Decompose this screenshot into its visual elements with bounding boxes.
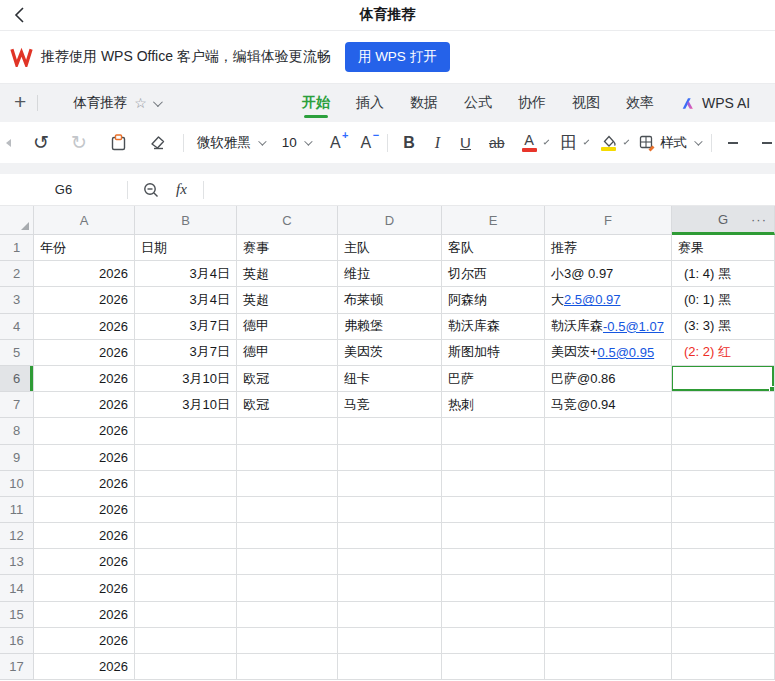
borders-chevron-icon[interactable] [584, 138, 590, 144]
cell-home-team[interactable]: 弗赖堡 [338, 314, 442, 340]
cell-year[interactable]: 2026 [34, 523, 135, 549]
cell-year[interactable]: 2026 [34, 261, 135, 287]
cell-date[interactable] [135, 445, 237, 471]
bold-button[interactable]: B [403, 134, 415, 152]
cell-home-team[interactable] [338, 497, 442, 523]
cell-home-team[interactable] [338, 418, 442, 444]
cell-year[interactable]: 2026 [34, 314, 135, 340]
recommendation-link[interactable]: 2.5@0.97 [564, 292, 621, 307]
cell-result[interactable]: (2: 2) 红 [672, 340, 775, 366]
tab-data[interactable]: 数据 [410, 84, 438, 122]
cell-result[interactable]: (1: 4) 黑 [672, 261, 775, 287]
cell-date[interactable]: 3月7日 [135, 314, 237, 340]
fill-color-button[interactable] [600, 134, 617, 151]
cell-date[interactable]: 3月4日 [135, 261, 237, 287]
row-header-9[interactable]: 9 [0, 445, 34, 471]
cell-date[interactable] [135, 497, 237, 523]
cell-league[interactable]: 英超 [237, 261, 338, 287]
cell-home-team[interactable] [338, 602, 442, 628]
tab-insert[interactable]: 插入 [356, 84, 384, 122]
cell-year[interactable]: 2026 [34, 445, 135, 471]
select-all-icon[interactable] [21, 222, 29, 230]
cell-year[interactable]: 2026 [34, 392, 135, 418]
cell-result[interactable] [672, 628, 775, 654]
strikethrough-button[interactable]: ab [489, 135, 505, 151]
cell-home-team[interactable] [338, 654, 442, 680]
star-icon[interactable]: ☆ [134, 95, 147, 111]
cell-result[interactable] [672, 497, 775, 523]
cell-away-team[interactable] [442, 497, 545, 523]
cell-header-6[interactable]: 推荐 [545, 235, 672, 261]
cell-league[interactable]: 德甲 [237, 340, 338, 366]
cell-home-team[interactable]: 美因茨 [338, 340, 442, 366]
cell-result[interactable] [672, 602, 775, 628]
row-header-8[interactable]: 8 [0, 418, 34, 444]
row-header-3[interactable]: 3 [0, 287, 34, 313]
row-header-1[interactable]: 1 [0, 235, 34, 261]
cell-result[interactable] [672, 418, 775, 444]
borders-button[interactable]: 田 [560, 131, 577, 154]
cell-recommendation[interactable] [545, 575, 672, 601]
recommendation-link[interactable]: 0.5@0.95 [598, 345, 655, 360]
cell-away-team[interactable]: 巴萨 [442, 366, 545, 392]
cell-date[interactable] [135, 602, 237, 628]
row-header-14[interactable]: 14 [0, 575, 34, 601]
cell-home-team[interactable] [338, 628, 442, 654]
collapse-toolbar-icon[interactable] [3, 137, 13, 149]
cell-header-2[interactable]: 日期 [135, 235, 237, 261]
cell-home-team[interactable]: 布莱顿 [338, 287, 442, 313]
cell-header-7[interactable]: 赛果 [672, 235, 775, 261]
cell-date[interactable]: 3月7日 [135, 340, 237, 366]
cell-result[interactable] [672, 471, 775, 497]
cell-league[interactable] [237, 602, 338, 628]
cell-year[interactable]: 2026 [34, 366, 135, 392]
cell-league[interactable] [237, 418, 338, 444]
cell-league[interactable] [237, 575, 338, 601]
cell-date[interactable] [135, 654, 237, 680]
row-header-16[interactable]: 16 [0, 628, 34, 654]
cell-result[interactable] [672, 654, 775, 680]
cell-league[interactable] [237, 549, 338, 575]
row-header-12[interactable]: 12 [0, 523, 34, 549]
cell-date[interactable] [135, 523, 237, 549]
tab-view[interactable]: 视图 [572, 84, 600, 122]
cell-home-team[interactable] [338, 445, 442, 471]
row-header-4[interactable]: 4 [0, 314, 34, 340]
font-size-select[interactable]: 10 [282, 135, 310, 150]
cell-recommendation[interactable]: 美因茨+0.5@0.95 [545, 340, 672, 366]
cell-year[interactable]: 2026 [34, 471, 135, 497]
cell-recommendation[interactable] [545, 602, 672, 628]
cell-G6[interactable] [672, 366, 775, 392]
menu-hamburger-icon[interactable] [49, 98, 63, 109]
row-header-2[interactable]: 2 [0, 261, 34, 287]
new-sheet-icon[interactable]: + [14, 90, 26, 114]
cell-league[interactable]: 德甲 [237, 314, 338, 340]
column-header-E[interactable]: E [442, 206, 545, 235]
tab-collaborate[interactable]: 协作 [518, 84, 546, 122]
cell-result[interactable] [672, 392, 775, 418]
cell-recommendation[interactable] [545, 418, 672, 444]
cell-date[interactable] [135, 471, 237, 497]
redo-icon[interactable]: ↻ [71, 133, 87, 152]
row-header-13[interactable]: 13 [0, 549, 34, 575]
cell-year[interactable]: 2026 [34, 654, 135, 680]
row-header-15[interactable]: 15 [0, 602, 34, 628]
column-header-B[interactable]: B [135, 206, 237, 235]
tab-home[interactable]: 开始 [302, 84, 330, 122]
cell-date[interactable] [135, 549, 237, 575]
row-header-6[interactable]: 6 [0, 366, 34, 392]
tab-efficiency[interactable]: 效率 [626, 84, 654, 122]
cell-league[interactable] [237, 654, 338, 680]
format-painter-icon[interactable] [109, 133, 128, 152]
cell-home-team[interactable]: 马竞 [338, 392, 442, 418]
column-header-A[interactable]: A [34, 206, 135, 235]
cell-away-team[interactable] [442, 602, 545, 628]
cell-away-team[interactable] [442, 575, 545, 601]
italic-button[interactable]: I [435, 134, 440, 152]
cell-year[interactable]: 2026 [34, 418, 135, 444]
cell-date[interactable]: 3月10日 [135, 392, 237, 418]
cell-result[interactable] [672, 445, 775, 471]
cell-year[interactable]: 2026 [34, 497, 135, 523]
cell-league[interactable] [237, 445, 338, 471]
chevron-down-icon[interactable] [153, 97, 163, 107]
